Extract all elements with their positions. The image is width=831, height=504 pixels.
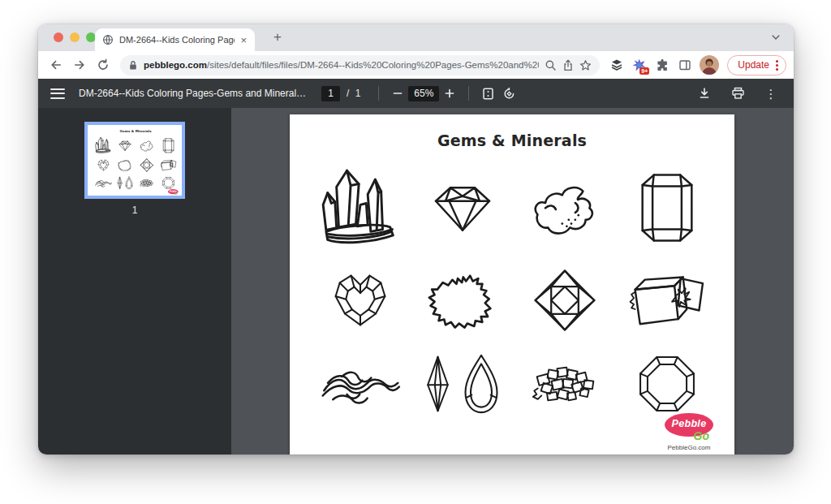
pdf-more-menu-icon[interactable]: ⋮ — [760, 83, 781, 104]
close-window-button[interactable] — [54, 32, 63, 42]
tab-strip: DM-2664--Kids Coloring Page × + — [38, 24, 794, 51]
side-panel-icon[interactable] — [674, 54, 695, 75]
pdf-page: Gems & Minerals — [290, 114, 734, 454]
url-path: /sites/default/files/files/DM-2664--Kids… — [207, 60, 539, 70]
zoom-level-value[interactable]: 65% — [408, 86, 439, 101]
page-count: / 1 — [347, 88, 362, 99]
gem-grid — [93, 135, 179, 192]
pdf-page: Gems & Minerals — [88, 126, 183, 199]
update-label: Update — [738, 59, 769, 71]
gem-crystal-cluster — [308, 155, 414, 261]
extension-layers-icon[interactable] — [606, 54, 626, 75]
url-domain: pebblego.com — [144, 60, 207, 70]
fit-to-page-button[interactable] — [477, 83, 498, 104]
tab-title: DM-2664--Kids Coloring Page — [119, 35, 235, 45]
pebblego-logo-caption: PebbleGo.com — [166, 196, 179, 197]
page-thumbnail[interactable]: Gems & Minerals — [84, 122, 185, 199]
url-text: pebblego.com/sites/default/files/files/D… — [144, 60, 539, 70]
pdf-content-area: Gems & Minerals — [38, 108, 794, 454]
toolbar-divider — [378, 86, 379, 101]
zoom-magnifier-icon[interactable] — [545, 59, 557, 71]
browser-toolbar: pebblego.com/sites/default/files/files/D… — [38, 51, 794, 79]
gem-grid — [308, 155, 717, 428]
pebblego-logo-go-text: Go — [174, 192, 177, 195]
gem-bipyramid-and-teardrop — [114, 174, 136, 192]
gem-diamond — [414, 155, 512, 261]
back-button[interactable] — [45, 54, 67, 75]
gem-crystal-box — [618, 261, 717, 340]
share-icon[interactable] — [562, 59, 574, 71]
download-button[interactable] — [694, 83, 715, 104]
gem-silver-wire — [93, 174, 115, 192]
tab-search-chevron-icon[interactable] — [770, 32, 781, 43]
gem-mineral-specimen — [414, 261, 512, 340]
gem-crystal-box — [158, 157, 179, 174]
screenshot-background: DM-2664--Kids Coloring Page × + — [0, 0, 831, 504]
print-button[interactable] — [727, 83, 748, 104]
gem-emerald-cut — [618, 155, 717, 261]
pdf-viewer[interactable]: Gems & Minerals — [231, 108, 794, 454]
pebblego-logo-oval: Pebble Go — [168, 189, 179, 194]
gem-heart — [308, 261, 414, 340]
close-tab-icon[interactable]: × — [238, 34, 249, 46]
window-controls — [54, 32, 96, 42]
pdf-toolbar: DM-2664--Kids Coloring Pages-Gems and Mi… — [38, 79, 794, 108]
gem-diamond — [114, 135, 136, 157]
thumbnail-page-number: 1 — [132, 205, 138, 216]
zoom-in-button[interactable] — [439, 83, 460, 104]
page-number-input[interactable]: 1 — [321, 86, 340, 101]
extensions-puzzle-icon[interactable] — [652, 54, 672, 75]
page-title: Gems & Minerals — [88, 126, 183, 133]
toolbar-divider — [468, 86, 469, 101]
gem-heart — [93, 157, 115, 174]
lock-icon — [128, 60, 138, 71]
pdf-toolbar-right: ⋮ — [694, 83, 781, 104]
thumbnail-sidebar[interactable]: Gems & Minerals — [38, 108, 231, 454]
pebblego-logo-go-text: Go — [694, 429, 709, 442]
gem-silver-wire — [308, 340, 414, 428]
pebblego-logo: Pebble Go PebbleGo.com — [166, 189, 179, 197]
pebblego-logo-oval: Pebble Go — [665, 413, 713, 437]
globe-favicon-icon — [102, 34, 114, 45]
rotate-button[interactable] — [498, 83, 519, 104]
pebblego-logo: Pebble Go PebbleGo.com — [658, 413, 720, 451]
thumbnail-page-slot: Gems & Minerals — [88, 126, 183, 199]
gem-bipyramid-and-teardrop — [414, 340, 512, 428]
gem-nugget — [512, 155, 618, 261]
bookmark-star-icon[interactable] — [579, 59, 592, 71]
zoom-out-button[interactable] — [387, 83, 408, 104]
page-title: Gems & Minerals — [290, 114, 734, 149]
extension-badge: 9+ — [639, 67, 649, 75]
minimize-window-button[interactable] — [70, 32, 80, 42]
gem-pyrite-cluster — [136, 174, 158, 192]
browser-tab[interactable]: DM-2664--Kids Coloring Page × — [95, 28, 255, 51]
gem-emerald-cut — [158, 135, 179, 157]
reload-button[interactable] — [93, 54, 114, 75]
extension-starburst-icon[interactable]: 9+ — [629, 54, 649, 75]
pebblego-logo-caption: PebbleGo.com — [658, 444, 720, 451]
browser-menu-icon[interactable] — [773, 60, 781, 71]
gem-octahedron — [512, 261, 618, 340]
forward-button[interactable] — [69, 54, 90, 75]
browser-window: DM-2664--Kids Coloring Page × + — [38, 24, 794, 454]
pdf-menu-icon[interactable] — [50, 88, 65, 99]
pdf-document-title: DM-2664--Kids Coloring Pages-Gems and Mi… — [79, 88, 308, 99]
gem-mineral-specimen — [114, 157, 136, 174]
profile-avatar[interactable] — [700, 55, 719, 75]
address-bar[interactable]: pebblego.com/sites/default/files/files/D… — [120, 55, 600, 75]
update-button[interactable]: Update — [727, 55, 786, 75]
gem-nugget — [136, 135, 158, 157]
gem-octahedron — [136, 157, 158, 174]
gem-crystal-cluster — [93, 135, 115, 157]
new-tab-button[interactable]: + — [269, 28, 286, 46]
gem-pyrite-cluster — [512, 340, 618, 428]
